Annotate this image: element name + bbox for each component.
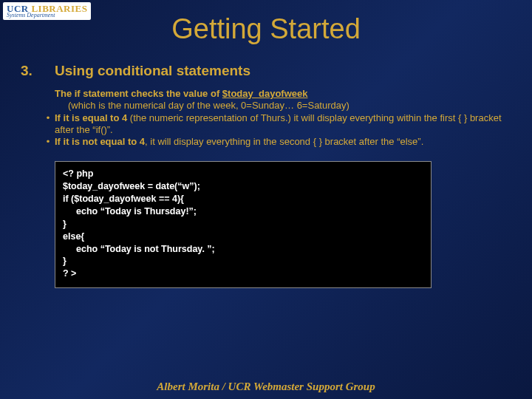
section-number: 3. [21, 63, 55, 79]
bullet-1-text: The if statement checks the value of $to… [55, 88, 511, 112]
bullet-2: • If it is equal to 4 (the numeric repre… [55, 112, 511, 137]
section-title: Using conditional statements [55, 63, 250, 79]
code-block: <? php $today_dayofweek = date(“w”); if … [55, 161, 432, 288]
code-line: else{ [63, 231, 423, 243]
code-line: } [63, 218, 423, 231]
bullet-dot-icon: • [41, 136, 55, 148]
code-line: if ($today_dayofweek == 4){ [63, 193, 423, 205]
code-line: $today_dayofweek = date(“w”); [63, 180, 423, 193]
bullet-dot-icon: • [41, 112, 55, 137]
code-line: <? php [63, 168, 423, 180]
code-line: echo “Today is not Thursday. ”; [63, 243, 423, 256]
bullet-3-text: If it is not equal to 4, it will display… [55, 136, 511, 148]
code-line: echo “Today is Thursday!”; [63, 205, 423, 218]
code-line: ? > [63, 267, 423, 280]
slide-content: 3. Using conditional statements The if s… [21, 63, 511, 288]
bullet-1: The if statement checks the value of $to… [55, 88, 511, 112]
body-text: The if statement checks the value of $to… [55, 88, 511, 148]
ucr-logo: UCR LIBRARIES Systems Department [3, 2, 91, 20]
bullet-2-text: If it is equal to 4 (the numeric represe… [55, 112, 511, 137]
code-line: } [63, 255, 423, 267]
bullet-1-sub: (which is the numerical day of the week,… [55, 100, 511, 112]
section-header: 3. Using conditional statements [21, 63, 511, 79]
bullet-3: • If it is not equal to 4, it will displ… [55, 136, 511, 148]
footer-text: Albert Morita / UCR Webmaster Support Gr… [0, 381, 532, 393]
